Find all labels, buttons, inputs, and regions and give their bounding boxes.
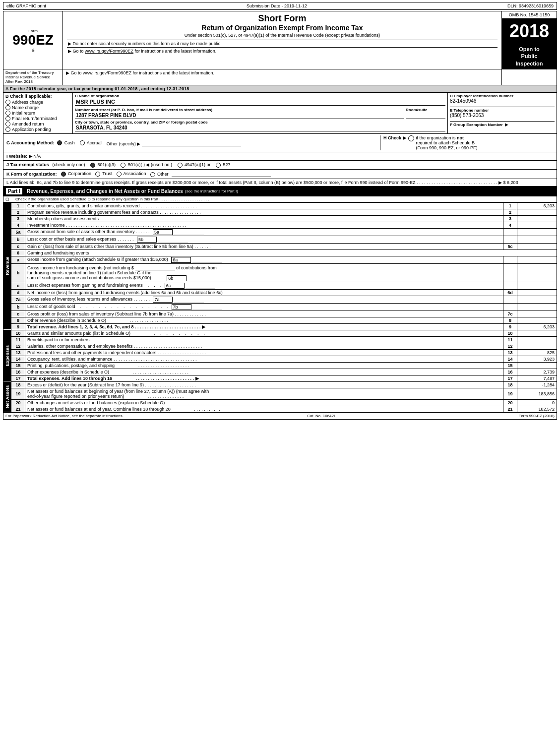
expenses-section-label: Expenses	[3, 330, 11, 381]
row-num-5a: 5a	[11, 228, 25, 236]
row-desc-20: Other changes in net assets or fund bala…	[25, 399, 503, 406]
row-desc-12: Salaries, other compensation, and employ…	[25, 343, 503, 349]
row-desc-8: Other revenue (describe in Schedule O) .…	[25, 317, 503, 323]
line-num-5b	[503, 236, 517, 243]
room-suite-label: Room/suite	[406, 108, 445, 112]
table-row: 19 Net assets or fund balances at beginn…	[3, 388, 557, 399]
row-desc-2: Program service revenue including govern…	[25, 209, 503, 215]
table-row: 16 Other expenses (describe in Schedule …	[3, 369, 557, 375]
footer: For Paperwork Reduction Act Notice, see …	[3, 413, 557, 420]
c-label: C Name of organization	[75, 94, 445, 98]
amount-4	[517, 222, 557, 228]
amount-17: 7,487	[517, 375, 557, 381]
address-radio[interactable]	[5, 100, 10, 105]
tax-check-note: (check only one)	[52, 162, 85, 167]
row-desc-15: Printing, publications, postage, and shi…	[25, 362, 503, 369]
address-value: 1287 FRASER PINE BLVD	[75, 112, 404, 119]
tax-501c: 501(c)( ) ◀ (insert no.)	[121, 162, 173, 167]
row-desc-6d: Net income or (loss) from gaming and fun…	[25, 289, 503, 296]
pending-radio[interactable]	[5, 127, 10, 132]
amount-7b	[517, 303, 557, 311]
row-num-4: 4	[11, 222, 25, 228]
row-desc-10: Grants and similar amounts paid (list in…	[25, 330, 503, 336]
amount-1: 6,203	[517, 202, 557, 209]
line-num-7a	[503, 296, 517, 303]
row-desc-19: Net assets or fund balances at beginning…	[25, 388, 503, 399]
ein-value: 82-1450946	[450, 98, 555, 104]
row-desc-17: Total expenses. Add lines 10 through 16 …	[25, 375, 503, 381]
amount-6d	[517, 289, 557, 296]
row-num-6: 6	[11, 249, 25, 256]
line-num-12: 12	[503, 343, 517, 349]
line-num-16: 16	[503, 369, 517, 375]
table-row: 13 Professional fees and other payments …	[3, 349, 557, 356]
amended-radio[interactable]	[5, 122, 10, 126]
check-pending: Application pending	[5, 127, 70, 132]
check-name: Name charge	[5, 105, 70, 110]
row-desc-18: Excess or (deficit) for the year (Subtra…	[25, 381, 503, 388]
amount-6c	[517, 282, 557, 289]
return-title: Return of Organization Exempt From Incom…	[67, 24, 498, 32]
amount-11	[517, 336, 557, 343]
trust-option: Trust	[95, 171, 113, 177]
main-data-table: Revenue 1 Contributions, gifts, grants, …	[3, 202, 557, 413]
initial-radio[interactable]	[5, 111, 10, 116]
amount-6b	[517, 263, 557, 282]
sched-checkbox[interactable]: ▢	[5, 197, 13, 201]
table-row: 6 Gaming and fundraising events	[3, 249, 557, 256]
row-desc-7c: Gross profit or (loss) from sales of inv…	[25, 311, 503, 317]
tax-4947: 4947(a)(1) or	[178, 162, 212, 167]
line-num-10: 10	[503, 330, 517, 336]
amount-12	[517, 343, 557, 349]
after-rev: After Rev. 2018	[5, 79, 61, 84]
final-radio[interactable]	[5, 116, 10, 121]
assoc-option: Association	[117, 171, 146, 177]
table-row: b Less: cost of goods sold . . . . . . .…	[3, 303, 557, 311]
amount-5c	[517, 243, 557, 249]
table-row: Revenue 1 Contributions, gifts, grants, …	[3, 202, 557, 209]
website-label: I Website: ▶	[6, 154, 32, 159]
amount-8	[517, 317, 557, 323]
dln-number: DLN: 93492316019659	[507, 3, 554, 8]
row-num-5b: b	[11, 236, 25, 243]
row-desc-5c: Gain or (loss) from sale of assets other…	[25, 243, 503, 249]
pending-label: Application pending	[12, 127, 51, 132]
amount-21: 182,572	[517, 406, 557, 412]
row-num-20: 20	[11, 399, 25, 406]
h-checkbox[interactable]	[408, 135, 414, 141]
sched-check-text: Check if the organization used Schedule …	[15, 197, 209, 201]
row-desc-16: Other expenses (describe in Schedule O) …	[25, 369, 503, 375]
line-num-7c: 7c	[503, 311, 517, 317]
city-field-label: City or town, state or province, country…	[75, 120, 445, 125]
row-num-18: 18	[11, 381, 25, 388]
line-num-11: 11	[503, 336, 517, 343]
amount-16: 2,739	[517, 369, 557, 375]
line-num-13: 13	[503, 349, 517, 356]
address-field-label: Number and street (or P. O. box, if mail…	[75, 108, 404, 112]
amount-5a	[517, 228, 557, 236]
table-row: 14 Occupancy, rent, utilities, and maint…	[3, 356, 557, 362]
check-amended: Amended return	[5, 122, 70, 126]
tax-527: 527	[216, 162, 231, 167]
k-label: K Form of organization:	[6, 172, 57, 177]
public-label: Public	[521, 53, 537, 60]
table-row: d Net income or (loss) from gaming and f…	[3, 289, 557, 296]
line-num-20: 20	[503, 399, 517, 406]
line-num-4: 4	[503, 222, 517, 228]
table-row: 7a Gross sales of inventory, less return…	[3, 296, 557, 303]
amount-19: 183,856	[517, 388, 557, 399]
row-desc-4: Investment income . . . . . . . . . . . …	[25, 222, 503, 228]
table-row: c Gross profit or (loss) from sales of i…	[3, 311, 557, 317]
line-num-5c: 5c	[503, 243, 517, 249]
l-text: L Add lines 5b, 6c, and 7b to line 9 to …	[6, 180, 518, 185]
part-i-note: (see the instructions for Part I)	[185, 189, 238, 193]
row-num-9: 9	[11, 323, 25, 330]
line-num-3: 3	[503, 215, 517, 222]
dept-right	[502, 69, 557, 85]
row-num-6a: a	[11, 256, 25, 263]
table-row: 20 Other changes in net assets or fund b…	[3, 399, 557, 406]
name-radio[interactable]	[5, 105, 10, 110]
year-line: A For the 2018 calendar year, or tax yea…	[3, 85, 557, 93]
row-num-19: 19	[11, 388, 25, 399]
row-num-16: 16	[11, 369, 25, 375]
